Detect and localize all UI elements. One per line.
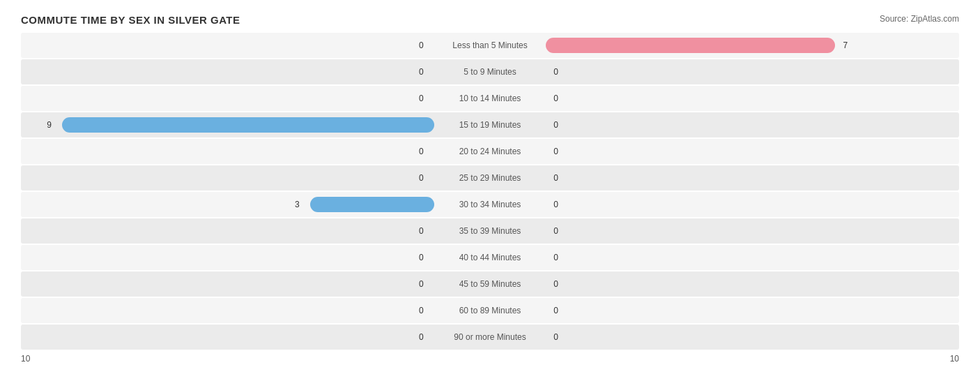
male-side: 0 (21, 271, 434, 297)
row-inner: 035 to 39 Minutes0 (21, 218, 959, 244)
female-side: 0 (546, 298, 959, 323)
chart-header: COMMUTE TIME BY SEX IN SILVER GATE Sourc… (21, 14, 959, 26)
female-value: 0 (553, 67, 558, 77)
bar-row: 025 to 29 Minutes0 (21, 165, 959, 191)
row-inner: 020 to 24 Minutes0 (21, 139, 959, 164)
row-label: 60 to 89 Minutes (434, 306, 546, 315)
bar-row: 045 to 59 Minutes0 (21, 271, 959, 297)
male-value: 0 (419, 67, 424, 77)
row-label: 25 to 29 Minutes (434, 173, 546, 183)
male-side: 0 (21, 86, 434, 111)
female-side: 0 (546, 165, 959, 191)
female-side: 0 (546, 112, 959, 137)
male-value: 0 (419, 332, 424, 342)
row-inner: 05 to 9 Minutes0 (21, 59, 959, 84)
row-label: 35 to 39 Minutes (434, 226, 546, 236)
female-value: 0 (553, 253, 558, 262)
bar-row: 330 to 34 Minutes0 (21, 192, 959, 217)
female-side: 0 (546, 59, 959, 84)
row-label: 5 to 9 Minutes (434, 67, 546, 77)
bar-row: 035 to 39 Minutes0 (21, 218, 959, 244)
row-label: 10 to 14 Minutes (434, 94, 546, 103)
chart-area: 0Less than 5 Minutes705 to 9 Minutes0010… (21, 33, 959, 350)
male-side: 0 (21, 298, 434, 323)
male-side: 0 (21, 218, 434, 244)
row-label: 90 or more Minutes (434, 332, 546, 342)
male-value: 0 (419, 94, 424, 103)
row-inner: 060 to 89 Minutes0 (21, 298, 959, 323)
bar-row: 090 or more Minutes0 (21, 325, 959, 350)
male-value: 0 (419, 306, 424, 315)
female-side: 0 (546, 192, 959, 217)
row-label: 45 to 59 Minutes (434, 279, 546, 289)
male-value: 0 (419, 40, 424, 50)
female-side: 0 (546, 245, 959, 270)
female-side: 0 (546, 271, 959, 297)
row-label: 40 to 44 Minutes (434, 253, 546, 262)
male-side: 0 (21, 139, 434, 164)
male-side: 9 (21, 112, 434, 137)
male-side: 0 (21, 325, 434, 350)
row-inner: 090 or more Minutes0 (21, 325, 959, 350)
male-value: 0 (419, 279, 424, 289)
male-side: 3 (21, 192, 434, 217)
bar-row: 040 to 44 Minutes0 (21, 245, 959, 270)
male-value: 9 (47, 120, 52, 130)
male-value: 0 (419, 226, 424, 236)
row-inner: 330 to 34 Minutes0 (21, 192, 959, 217)
female-value: 0 (553, 173, 558, 183)
bar-row: 010 to 14 Minutes0 (21, 86, 959, 111)
female-value: 0 (553, 306, 558, 315)
female-side: 7 (546, 33, 959, 58)
bar-row: 060 to 89 Minutes0 (21, 298, 959, 323)
male-bar: 3 (310, 197, 434, 212)
row-label: 20 to 24 Minutes (434, 147, 546, 156)
female-value: 0 (553, 332, 558, 342)
female-bar: 7 (546, 38, 835, 53)
bar-row: 05 to 9 Minutes0 (21, 59, 959, 84)
row-inner: 025 to 29 Minutes0 (21, 165, 959, 191)
male-side: 0 (21, 165, 434, 191)
row-inner: 915 to 19 Minutes0 (21, 112, 959, 137)
male-side: 0 (21, 245, 434, 270)
row-label: Less than 5 Minutes (434, 40, 546, 50)
female-value: 0 (553, 226, 558, 236)
row-inner: 0Less than 5 Minutes7 (21, 33, 959, 58)
female-value: 0 (553, 279, 558, 289)
male-value: 0 (419, 173, 424, 183)
row-label: 30 to 34 Minutes (434, 200, 546, 209)
bar-row: 020 to 24 Minutes0 (21, 139, 959, 164)
row-inner: 010 to 14 Minutes0 (21, 86, 959, 111)
bar-row: 915 to 19 Minutes0 (21, 112, 959, 137)
female-side: 0 (546, 86, 959, 111)
female-value: 0 (553, 147, 558, 156)
axis-left: 10 (21, 354, 30, 364)
male-side: 0 (21, 33, 434, 58)
female-side: 0 (546, 139, 959, 164)
male-side: 0 (21, 59, 434, 84)
male-value: 0 (419, 253, 424, 262)
male-value: 0 (419, 147, 424, 156)
row-label: 15 to 19 Minutes (434, 120, 546, 130)
chart-source: Source: ZipAtlas.com (880, 14, 959, 24)
axis-right: 10 (950, 354, 959, 364)
female-value: 0 (553, 94, 558, 103)
male-bar: 9 (62, 117, 434, 133)
female-side: 0 (546, 325, 959, 350)
female-value: 0 (553, 120, 558, 130)
row-inner: 040 to 44 Minutes0 (21, 245, 959, 270)
axis-row: 10 10 (21, 354, 959, 364)
bar-row: 0Less than 5 Minutes7 (21, 33, 959, 58)
female-value: 7 (843, 40, 848, 50)
female-side: 0 (546, 218, 959, 244)
female-value: 0 (553, 200, 558, 209)
chart-title: COMMUTE TIME BY SEX IN SILVER GATE (21, 14, 240, 26)
row-inner: 045 to 59 Minutes0 (21, 271, 959, 297)
male-value: 3 (295, 200, 300, 209)
